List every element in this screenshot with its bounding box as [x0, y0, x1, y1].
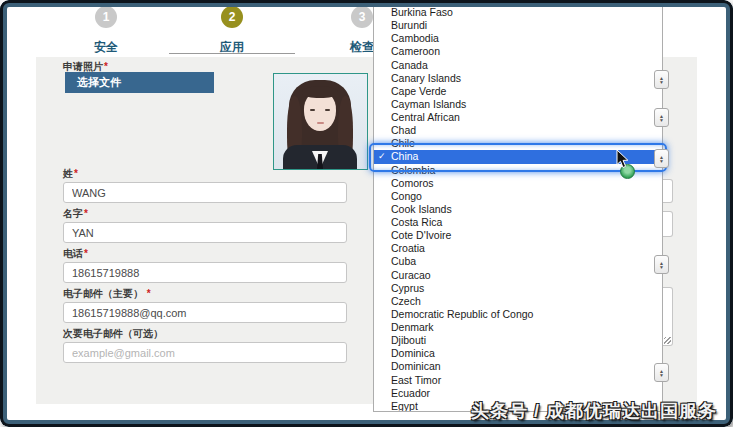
- select-stepper-icon[interactable]: ▲▼: [654, 363, 669, 382]
- country-option-label: Cape Verde: [391, 85, 446, 97]
- select-stepper-icon[interactable]: ▲▼: [654, 108, 669, 127]
- step-number-badge: 3: [351, 6, 373, 28]
- country-option[interactable]: ✓ Chile: [374, 137, 662, 150]
- country-option-label: Cyprus: [391, 282, 424, 294]
- check-icon: ✓: [378, 150, 386, 163]
- field-label-text: 姓: [63, 168, 73, 179]
- country-option[interactable]: ✓ East Timor: [374, 374, 662, 387]
- country-option[interactable]: ✓ Comoros: [374, 177, 662, 190]
- select-stepper-icon[interactable]: ▲▼: [654, 149, 669, 168]
- country-option[interactable]: ✓ Canary Islands: [374, 72, 662, 85]
- country-option-label: Cote D'Ivoire: [391, 229, 451, 241]
- country-option-label: Central African: [391, 111, 460, 123]
- form-field-group: 电话*: [63, 248, 347, 283]
- country-option[interactable]: ✓ Ecuador: [374, 387, 662, 400]
- step-number-badge: 2: [221, 6, 243, 28]
- field-label: 名字*: [63, 208, 347, 220]
- country-option[interactable]: ✓ Democratic Republic of Congo: [374, 308, 662, 321]
- field-label: 电子邮件（主要） *: [63, 288, 347, 300]
- country-option-label: Cameroon: [391, 45, 440, 57]
- text-input[interactable]: [63, 182, 347, 203]
- resize-grip-icon[interactable]: [664, 337, 671, 344]
- country-option[interactable]: ✓ Dominican: [374, 360, 662, 373]
- country-option-label: Cuba: [391, 255, 416, 267]
- select-stepper-icon[interactable]: ▲▼: [654, 70, 669, 89]
- country-dropdown-list: ✓ Burkina Faso ✓ Burundi ✓ Cambodia ✓ Ca…: [373, 0, 663, 412]
- country-option-label: Cambodia: [391, 32, 439, 44]
- country-option[interactable]: ✓ Cook Islands: [374, 203, 662, 216]
- country-option[interactable]: ✓ Cuba: [374, 255, 662, 268]
- country-option[interactable]: ✓ Chad: [374, 124, 662, 137]
- form-field-group: 姓*: [63, 168, 347, 203]
- country-option-label: Canada: [391, 59, 428, 71]
- country-option-label: Dominica: [391, 347, 435, 359]
- country-option[interactable]: ✓ Cameroon: [374, 45, 662, 58]
- country-option[interactable]: ✓ Curacao: [374, 269, 662, 282]
- country-option[interactable]: ✓ Cayman Islands: [374, 98, 662, 111]
- photo-eye: [325, 109, 330, 111]
- text-input[interactable]: [63, 342, 347, 363]
- country-option[interactable]: ✓ Costa Rica: [374, 216, 662, 229]
- country-option[interactable]: ✓ Cambodia: [374, 32, 662, 45]
- text-input[interactable]: [63, 222, 347, 243]
- country-option[interactable]: ✓ Burkina Faso: [374, 6, 662, 19]
- active-step-underline: [169, 53, 295, 54]
- country-option-label: Denmark: [391, 321, 434, 333]
- text-input[interactable]: [63, 262, 347, 283]
- step-number-badge: 1: [95, 6, 117, 28]
- form-field-group: 次要电子邮件（可选）*: [63, 328, 347, 363]
- country-option[interactable]: ✓ Canada: [374, 59, 662, 72]
- country-option[interactable]: ✓ Djibouti: [374, 334, 662, 347]
- field-label: 次要电子邮件（可选）*: [63, 328, 347, 340]
- country-option[interactable]: ✓ Czech: [374, 295, 662, 308]
- photo-eye: [310, 109, 315, 111]
- country-option[interactable]: ✓ Croatia: [374, 242, 662, 255]
- required-asterisk: *: [74, 168, 78, 179]
- mouse-cursor-icon: [616, 150, 631, 174]
- country-option-label: Democratic Republic of Congo: [391, 308, 533, 320]
- field-label: 姓*: [63, 168, 347, 180]
- country-option[interactable]: ✓ Burundi: [374, 19, 662, 32]
- country-option-label: Cayman Islands: [391, 98, 466, 110]
- field-label: 电话*: [63, 248, 347, 260]
- required-asterisk: *: [84, 208, 88, 219]
- hidden-input-fragment: [663, 179, 673, 203]
- required-asterisk: *: [104, 61, 108, 72]
- stepper-step[interactable]: 1 安全: [61, 6, 151, 56]
- country-option[interactable]: ✓ Denmark: [374, 321, 662, 334]
- country-option-label: Colombia: [391, 164, 435, 176]
- field-label-text: 电话: [63, 248, 83, 259]
- country-option-label: Curacao: [391, 269, 431, 281]
- hidden-input-fragment: [663, 211, 673, 237]
- country-option-label: East Timor: [391, 374, 441, 386]
- country-option[interactable]: ✓ Cote D'Ivoire: [374, 229, 662, 242]
- country-option-label: China: [391, 150, 418, 162]
- country-option-label: Burkina Faso: [391, 6, 453, 18]
- country-option-label: Ecuador: [391, 387, 430, 399]
- application-window: 1 安全 2 应用 3 检查 申请照片* 选择文件 姓* 名: [0, 0, 733, 427]
- required-asterisk: *: [84, 248, 88, 259]
- country-option[interactable]: ✓ Dominica: [374, 347, 662, 360]
- country-option[interactable]: ✓ Central African: [374, 111, 662, 124]
- photo-mouth: [317, 122, 324, 124]
- form-field-group: 电子邮件（主要） *: [63, 288, 347, 323]
- choose-file-button[interactable]: 选择文件: [65, 72, 214, 93]
- country-option-label: Burundi: [391, 19, 427, 31]
- select-stepper-icon[interactable]: ▲▼: [654, 255, 669, 274]
- country-option-label: Costa Rica: [391, 216, 442, 228]
- country-option[interactable]: ✓ Cyprus: [374, 282, 662, 295]
- country-option-label: Djibouti: [391, 334, 426, 346]
- country-option-label: Chile: [391, 137, 415, 149]
- text-input[interactable]: [63, 302, 347, 323]
- country-option-label: Czech: [391, 295, 421, 307]
- required-asterisk: *: [147, 288, 151, 299]
- form-field-group: 名字*: [63, 208, 347, 243]
- country-option-label: Croatia: [391, 242, 425, 254]
- photo-field-label-text: 申请照片: [63, 61, 103, 72]
- stepper-step[interactable]: 2 应用: [187, 6, 277, 56]
- country-option-label: Chad: [391, 124, 416, 136]
- applicant-photo: [273, 73, 368, 170]
- country-option[interactable]: ✓ Congo: [374, 190, 662, 203]
- country-option[interactable]: ✓ Cape Verde: [374, 85, 662, 98]
- hidden-textarea-fragment: [663, 287, 673, 346]
